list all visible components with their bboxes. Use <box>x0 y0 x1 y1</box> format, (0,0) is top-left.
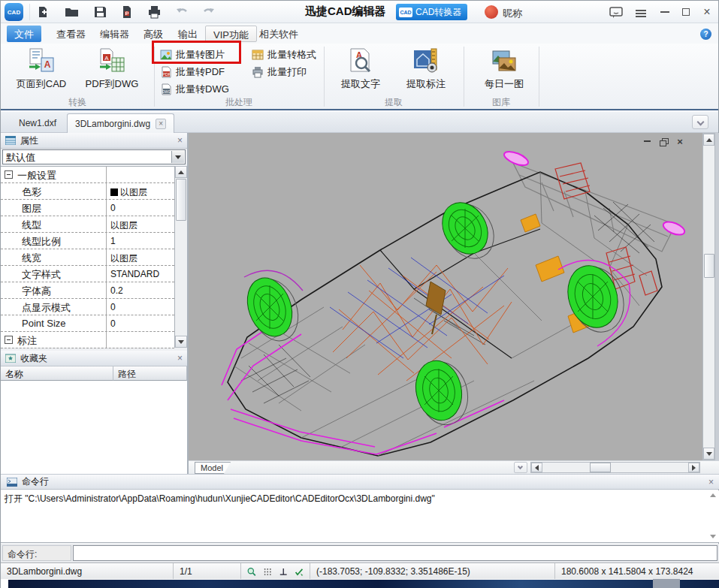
batch-to-image-button[interactable]: 批量转图片 <box>160 47 225 62</box>
print-button[interactable] <box>146 5 162 20</box>
batch-to-pdf-button[interactable]: PDF 批量转PDF <box>160 64 225 80</box>
color-swatch <box>110 188 118 196</box>
tab-new1-dxf[interactable]: New1.dxf <box>11 115 64 133</box>
hamburger-icon <box>636 10 646 11</box>
feedback-button[interactable] <box>608 5 624 19</box>
extract-annotation-button[interactable]: 提取标注 <box>394 45 458 95</box>
property-row-textheight[interactable]: 字体高0.2 <box>1 282 174 299</box>
menu-editor[interactable]: 编辑器 <box>92 26 137 42</box>
properties-scrollbar[interactable] <box>174 166 187 348</box>
properties-icon <box>5 136 16 145</box>
favorites-list[interactable] <box>1 381 187 474</box>
menu-advanced[interactable]: 高级 <box>136 26 171 42</box>
mdi-minimize-button[interactable] <box>641 137 653 146</box>
batch-to-dwg-button[interactable]: DWG 批量转DWG <box>160 81 229 97</box>
undo-button[interactable] <box>174 5 191 20</box>
property-row-pdmode[interactable]: 点显示模式0 <box>1 299 174 315</box>
new-file-button[interactable] <box>35 5 51 20</box>
osnap-icon[interactable] <box>295 567 304 577</box>
scroll-up-button[interactable] <box>703 134 714 146</box>
canvas-horizontal-scrollbar[interactable] <box>530 462 700 473</box>
user-avatar[interactable] <box>485 5 498 19</box>
grid-snap-icon[interactable] <box>264 567 271 577</box>
main-menu-button[interactable] <box>636 5 652 19</box>
layout-list-button[interactable] <box>514 462 527 473</box>
scroll-right-button[interactable] <box>688 463 699 472</box>
close-button[interactable]: × <box>699 5 715 19</box>
command-log-line: 打开 "C:\Users\Administrator\AppData\Roami… <box>5 493 435 505</box>
dropdown-button[interactable] <box>171 151 184 163</box>
favorites-panel-header: 收藏夹 × <box>1 351 187 366</box>
menu-file[interactable]: 文件 <box>7 26 41 42</box>
cad-converter-button[interactable]: CAD CAD转换器 <box>396 4 467 20</box>
export-pdf-button[interactable] <box>119 5 135 20</box>
property-group-row[interactable]: 一般设置 <box>1 167 174 183</box>
chevron-down-icon <box>518 464 523 469</box>
user-name[interactable]: 昵称 <box>503 7 522 20</box>
zoom-toggle-icon[interactable] <box>247 566 256 577</box>
property-preset-dropdown[interactable]: 默认值 <box>2 149 186 164</box>
batch-to-dwg-icon: DWG <box>160 83 172 95</box>
property-row-pointsize[interactable]: Point Size0 <box>1 315 174 332</box>
save-button[interactable] <box>92 5 108 20</box>
menu-related-software[interactable]: 相关软件 <box>252 26 306 42</box>
batch-print-button[interactable]: 批量打印 <box>252 64 307 80</box>
favorites-panel-title: 收藏夹 <box>20 352 47 365</box>
canvas-vertical-scrollbar[interactable] <box>702 133 715 460</box>
mdi-close-button[interactable]: × <box>674 137 686 146</box>
help-button[interactable]: ? <box>700 29 711 40</box>
tab-3dlamborgini-dwg[interactable]: 3DLamborgini.dwg × <box>67 113 174 133</box>
property-row-layer[interactable]: 图层0 <box>1 200 174 216</box>
model-space-tab[interactable]: Model <box>195 462 231 474</box>
drawing-viewport[interactable]: × <box>189 133 707 460</box>
scroll-thumb[interactable] <box>176 179 186 221</box>
property-row-linetype[interactable]: 线型以图层 <box>1 216 174 233</box>
scroll-down-button[interactable] <box>703 448 714 460</box>
command-panel-close-icon[interactable]: × <box>708 477 714 487</box>
menu-vip[interactable]: VIP功能 <box>205 26 257 42</box>
batch-convert-format-button[interactable]: 批量转格式 <box>252 47 316 62</box>
property-row-color[interactable]: 色彩以图层 <box>1 183 174 200</box>
property-row-lineweight[interactable]: 线宽以图层 <box>1 249 174 266</box>
scroll-down-button[interactable] <box>175 336 187 348</box>
scroll-up-button[interactable] <box>175 166 187 178</box>
menu-output[interactable]: 输出 <box>171 26 205 42</box>
properties-close-icon[interactable]: × <box>177 135 183 146</box>
scroll-left-button[interactable] <box>531 463 542 472</box>
page-to-cad-button[interactable]: A 页面到CAD <box>7 45 76 95</box>
column-header-name[interactable]: 名称 <box>1 366 113 381</box>
command-log-scrollbar[interactable] <box>708 492 718 540</box>
batch-convert-format-icon <box>252 49 264 61</box>
daily-image-button[interactable]: 每日一图 <box>473 45 536 95</box>
command-panel-header: 命令行 × <box>1 474 719 490</box>
command-log[interactable]: 打开 "C:\Users\Administrator\AppData\Roami… <box>1 490 719 543</box>
menu-viewer[interactable]: 查看器 <box>49 26 93 42</box>
command-prompt-label: 命令行: <box>2 545 71 561</box>
command-panel-title: 命令行 <box>22 475 49 488</box>
dropdown-arrow-icon <box>175 155 181 159</box>
property-row-textstyle[interactable]: 文字样式STANDARD <box>1 266 174 282</box>
collapse-icon[interactable] <box>5 336 13 344</box>
app-logo-icon: CAD <box>5 3 23 21</box>
open-file-button[interactable] <box>63 5 80 20</box>
canvas-bottom-bar: Model <box>189 460 719 474</box>
mdi-restore-button[interactable] <box>657 137 669 146</box>
maximize-button[interactable] <box>678 5 694 19</box>
tab-list-button[interactable] <box>692 115 708 129</box>
property-row-ltscale[interactable]: 线型比例1 <box>1 233 174 249</box>
redo-button[interactable] <box>200 5 216 20</box>
command-input[interactable] <box>73 545 717 561</box>
scroll-thumb[interactable] <box>704 254 714 278</box>
ortho-mode-icon[interactable] <box>279 567 287 577</box>
car-cage-orange <box>333 265 512 381</box>
favorites-close-icon[interactable]: × <box>177 353 183 363</box>
pdf-to-dwg-button[interactable]: A PDF到DWG <box>77 45 147 95</box>
collapse-icon[interactable] <box>5 170 13 179</box>
column-header-path[interactable]: 路径 <box>113 366 187 381</box>
property-group-row[interactable]: 标注 <box>1 332 174 348</box>
tab-close-icon[interactable]: × <box>156 119 166 129</box>
pdf-to-dwg-icon: A <box>98 47 126 75</box>
scroll-thumb[interactable] <box>590 463 611 472</box>
extract-text-button[interactable]: A 提取文字 <box>330 45 391 95</box>
minimize-button[interactable] <box>657 5 673 19</box>
